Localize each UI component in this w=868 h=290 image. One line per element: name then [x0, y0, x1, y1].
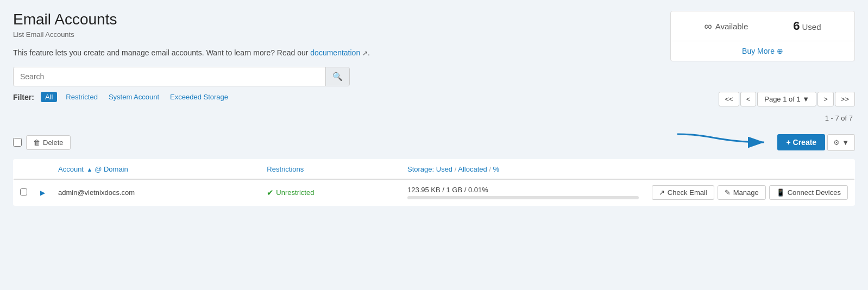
- check-email-button[interactable]: ↗ Check Email: [652, 185, 714, 200]
- trash-icon: 🗑: [33, 138, 40, 147]
- infinity-icon: ∞: [704, 20, 712, 33]
- th-storage: Storage: Used / Allocated / %: [401, 160, 645, 180]
- quota-used: 6Used: [793, 19, 821, 33]
- restriction-status: ✔ Unrestricted: [267, 188, 394, 198]
- gear-icon: ⚙: [833, 138, 840, 147]
- pagination-prev-button[interactable]: <: [740, 92, 757, 106]
- th-domain-label: @ Domain: [95, 165, 128, 173]
- records-count: 1 - 7 of 7: [13, 114, 855, 122]
- connect-devices-button[interactable]: 📱 Connect Devices: [769, 185, 848, 200]
- action-buttons: ↗ Check Email ✎ Manage 📱 Connect Devices: [652, 185, 848, 200]
- th-restrictions-label: Restrictions: [267, 165, 304, 173]
- search-box: 🔍: [13, 67, 350, 86]
- description-suffix: .: [368, 48, 370, 57]
- search-input[interactable]: [14, 67, 325, 86]
- th-expand: [34, 160, 52, 180]
- toolbar: 🗑 Delete + Create ⚙ ▼: [13, 125, 855, 159]
- row-expand-cell: ▶: [34, 179, 52, 206]
- th-restrictions: Restrictions: [260, 160, 401, 180]
- th-account[interactable]: Account ▲ @ Domain: [52, 160, 260, 180]
- pagination-next-button[interactable]: >: [817, 92, 834, 106]
- manage-label: Manage: [733, 188, 759, 197]
- check-email-icon: ↗: [659, 188, 665, 197]
- email-accounts-table: Account ▲ @ Domain Restrictions Storage:…: [13, 159, 855, 206]
- row-checkbox[interactable]: [20, 188, 27, 196]
- description-prefix: This feature lets you create and manage …: [13, 48, 310, 57]
- arrow-annotation: [677, 129, 775, 156]
- row-email: admin@vietnixdocs.com: [58, 188, 135, 197]
- connect-devices-label: Connect Devices: [788, 188, 841, 197]
- check-email-label: Check Email: [668, 188, 707, 197]
- gear-chevron-icon: ▼: [842, 138, 849, 147]
- th-storage-used: Used: [436, 165, 452, 173]
- manage-icon: ✎: [725, 188, 731, 197]
- row-checkbox-cell: [14, 179, 34, 206]
- pagination-row: << < Page 1 of 1 ▼ > >>: [719, 92, 855, 106]
- row-actions-cell: ↗ Check Email ✎ Manage 📱 Connect Devices: [645, 179, 855, 206]
- th-storage-pct: %: [493, 165, 500, 173]
- quota-panel: ∞ Available 6Used Buy More ⊕: [670, 11, 855, 61]
- filter-restricted-button[interactable]: Restricted: [64, 92, 100, 102]
- pagination-first-button[interactable]: <<: [719, 92, 739, 106]
- quota-available: ∞ Available: [704, 20, 748, 33]
- th-storage-label: Storage:: [407, 165, 434, 173]
- connect-devices-icon: 📱: [776, 188, 785, 197]
- external-link-icon: ↗: [362, 49, 368, 57]
- filter-label: Filter:: [13, 93, 34, 102]
- create-button[interactable]: + Create: [777, 134, 825, 150]
- manage-button[interactable]: ✎ Manage: [718, 185, 766, 200]
- restriction-label: Unrestricted: [276, 188, 314, 197]
- row-account-cell: admin@vietnixdocs.com: [52, 179, 260, 206]
- select-all-checkbox[interactable]: [13, 138, 22, 147]
- expand-row-button[interactable]: ▶: [40, 189, 45, 197]
- search-button[interactable]: 🔍: [325, 67, 349, 86]
- check-icon: ✔: [267, 188, 274, 198]
- delete-label: Delete: [43, 138, 64, 147]
- pagination-page-indicator[interactable]: Page 1 of 1 ▼: [757, 92, 816, 106]
- table-row: ▶ admin@vietnixdocs.com ✔ Unrestricted 1…: [14, 179, 855, 206]
- filter-all-button[interactable]: All: [41, 92, 57, 102]
- row-restriction-cell: ✔ Unrestricted: [260, 179, 401, 206]
- th-actions: [645, 160, 855, 180]
- filter-system-account-button[interactable]: System Account: [106, 92, 161, 102]
- storage-text: 123.95 KB / 1 GB / 0.01%: [407, 186, 488, 194]
- table-header-row: Account ▲ @ Domain Restrictions Storage:…: [14, 160, 855, 180]
- used-label: Used: [802, 22, 821, 31]
- filter-row: Filter: All Restricted System Account Ex…: [13, 92, 230, 102]
- storage-bar-wrap: [407, 196, 639, 199]
- row-storage-cell: 123.95 KB / 1 GB / 0.01%: [401, 179, 645, 206]
- gear-settings-button[interactable]: ⚙ ▼: [827, 134, 855, 151]
- used-count: 6: [793, 19, 800, 33]
- th-storage-alloc: Allocated: [458, 165, 487, 173]
- available-label: Available: [715, 22, 749, 31]
- pagination-last-button[interactable]: >>: [835, 92, 855, 106]
- buy-more-link[interactable]: Buy More ⊕: [742, 47, 783, 55]
- th-account-label: Account: [58, 165, 84, 173]
- filter-exceeded-storage-button[interactable]: Exceeded Storage: [168, 92, 230, 102]
- th-checkbox: [14, 160, 34, 180]
- documentation-link[interactable]: documentation: [310, 48, 360, 57]
- sort-asc-icon: ▲: [87, 166, 93, 173]
- delete-button[interactable]: 🗑 Delete: [26, 135, 71, 150]
